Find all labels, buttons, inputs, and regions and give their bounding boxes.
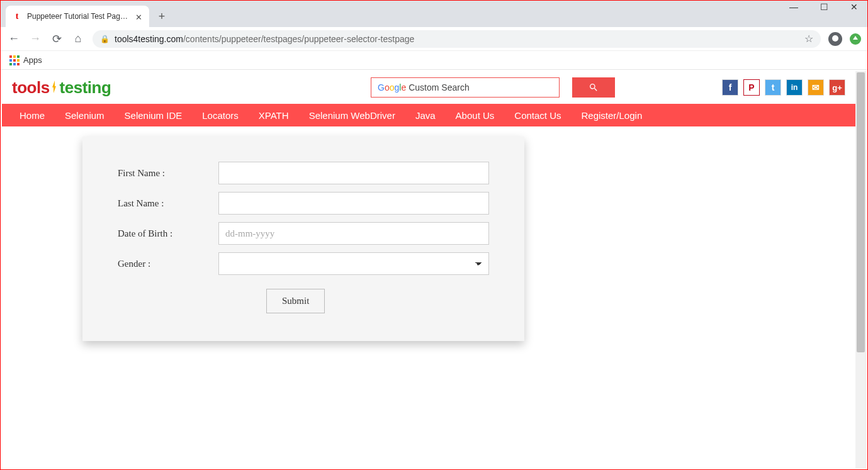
browser-tab-bar: t Puppeteer Tutorial Test Page - to ✕ + … xyxy=(1,1,867,27)
nav-webdriver[interactable]: Selenium WebDriver xyxy=(299,110,405,121)
facebook-icon[interactable]: f xyxy=(722,79,738,96)
gender-label: Gender : xyxy=(118,259,218,269)
scrollbar-thumb[interactable] xyxy=(857,72,865,352)
nav-xpath[interactable]: XPATH xyxy=(249,110,299,121)
google-logo-text: Google xyxy=(378,82,406,92)
googleplus-icon[interactable]: g+ xyxy=(829,79,845,96)
nav-locators[interactable]: Locators xyxy=(192,110,249,121)
window-controls: — ☐ ✕ xyxy=(784,2,864,12)
mail-icon[interactable]: ✉ xyxy=(808,79,824,96)
logo-text-part1: tools xyxy=(12,78,50,98)
search-placeholder: Custom Search xyxy=(409,82,469,92)
url-text: tools4testing.com/contents/puppeteer/tes… xyxy=(115,34,414,44)
browser-toolbar: ← → ⟳ ⌂ 🔒 tools4testing.com/contents/pup… xyxy=(1,27,867,51)
reload-button[interactable]: ⟳ xyxy=(50,32,64,46)
tab-favicon: t xyxy=(12,11,22,21)
window-close-icon[interactable]: ✕ xyxy=(845,2,864,12)
form-card: First Name : Last Name : Date of Birth :… xyxy=(82,137,524,341)
first-name-input[interactable] xyxy=(218,162,489,184)
lock-icon: 🔒 xyxy=(100,35,110,43)
browser-tab[interactable]: t Puppeteer Tutorial Test Page - to ✕ xyxy=(6,6,149,27)
window-restore-icon[interactable]: ☐ xyxy=(814,2,833,12)
nav-about[interactable]: About Us xyxy=(446,110,505,121)
linkedin-icon[interactable]: in xyxy=(786,79,803,96)
tab-title: Puppeteer Tutorial Test Page - to xyxy=(27,12,130,21)
google-custom-search-input[interactable]: Google Custom Search xyxy=(371,77,560,98)
bookmark-star-icon[interactable]: ☆ xyxy=(804,33,813,45)
site-logo[interactable]: tools testing xyxy=(12,78,111,98)
nav-contact[interactable]: Contact Us xyxy=(504,110,571,121)
site-top-bar: tools testing Google Custom Search f P t… xyxy=(2,71,855,104)
profile-avatar-icon[interactable] xyxy=(828,32,842,46)
last-name-label: Last Name : xyxy=(118,198,218,209)
submit-button[interactable]: Submit xyxy=(266,289,325,313)
main-nav: Home Selenium Selenium IDE Locators XPAT… xyxy=(2,104,855,126)
social-icons: f P t in ✉ g+ xyxy=(722,79,845,96)
nav-selenium[interactable]: Selenium xyxy=(55,110,115,121)
apps-grid-icon[interactable] xyxy=(9,55,20,65)
nav-home[interactable]: Home xyxy=(9,110,55,121)
pinterest-icon[interactable]: P xyxy=(743,79,760,96)
address-bar[interactable]: 🔒 tools4testing.com/contents/puppeteer/t… xyxy=(93,30,821,48)
extension-icon[interactable] xyxy=(850,33,861,45)
logo-bolt-icon xyxy=(50,81,59,94)
first-name-label: First Name : xyxy=(118,168,218,179)
search-icon xyxy=(589,82,599,92)
nav-java[interactable]: Java xyxy=(405,110,446,121)
search-button[interactable] xyxy=(572,77,615,98)
page-content: tools testing Google Custom Search f P t… xyxy=(2,71,855,468)
last-name-input[interactable] xyxy=(218,192,489,215)
apps-label[interactable]: Apps xyxy=(23,55,42,65)
forward-button[interactable]: → xyxy=(28,32,42,45)
window-minimize-icon[interactable]: — xyxy=(784,2,803,12)
dob-input[interactable] xyxy=(218,222,489,245)
dob-label: Date of Birth : xyxy=(118,228,218,239)
twitter-icon[interactable]: t xyxy=(765,79,781,96)
new-tab-button[interactable]: + xyxy=(153,8,171,25)
nav-selenium-ide[interactable]: Selenium IDE xyxy=(115,110,193,121)
tab-close-icon[interactable]: ✕ xyxy=(135,13,143,20)
gender-select[interactable] xyxy=(218,252,489,275)
nav-register[interactable]: Register/Login xyxy=(572,110,653,121)
home-button[interactable]: ⌂ xyxy=(71,32,85,45)
bookmarks-bar: Apps xyxy=(1,51,867,70)
logo-text-part2: testing xyxy=(60,78,111,98)
vertical-scrollbar[interactable] xyxy=(855,71,866,468)
back-button[interactable]: ← xyxy=(7,32,21,45)
